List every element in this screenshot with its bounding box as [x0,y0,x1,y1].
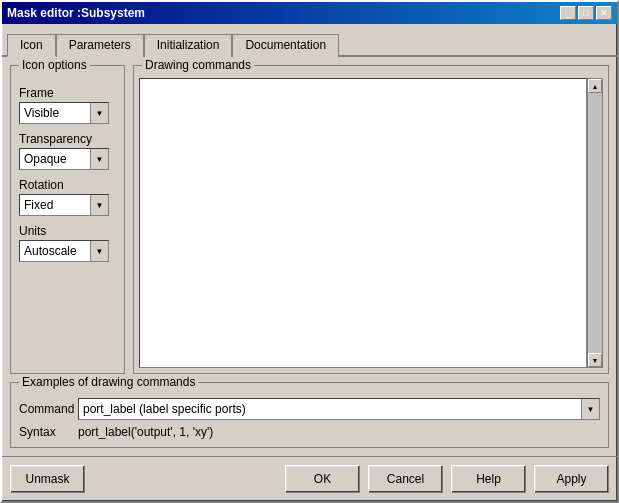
frame-dropdown[interactable]: Visible [19,102,109,124]
transparency-label: Transparency [19,132,116,146]
tab-initialization[interactable]: Initialization [144,34,233,57]
syntax-row: Syntax port_label('output', 1, 'xy') [19,425,600,439]
tab-documentation[interactable]: Documentation [232,34,339,57]
drawing-textarea[interactable] [139,78,587,368]
rotation-label: Rotation [19,178,116,192]
icon-options-group: Icon options Frame Visible Transparency … [10,65,125,374]
apply-button[interactable]: Apply [534,465,609,493]
rotation-dropdown-arrow[interactable] [90,195,108,215]
close-button[interactable]: ✕ [596,6,612,20]
drawing-commands-label: Drawing commands [142,58,254,72]
icon-options-label: Icon options [19,58,90,72]
bottom-buttons: Unmask OK Cancel Help Apply [2,456,617,501]
transparency-value: Opaque [20,150,90,168]
scrollbar-down-button[interactable]: ▼ [588,353,602,367]
syntax-value: port_label('output', 1, 'xy') [78,425,213,439]
command-value: port_label (label specific ports) [79,400,581,418]
syntax-label: Syntax [19,425,74,439]
units-dropdown-arrow[interactable] [90,241,108,261]
tab-content: Icon options Frame Visible Transparency … [2,57,617,456]
transparency-dropdown[interactable]: Opaque [19,148,109,170]
minimize-button[interactable]: _ [560,6,576,20]
command-dropdown[interactable]: port_label (label specific ports) [78,398,600,420]
textarea-container: ▲ ▼ [139,78,603,368]
units-dropdown[interactable]: Autoscale [19,240,109,262]
title-bar: Mask editor :Subsystem _ □ ✕ [2,2,617,24]
rotation-value: Fixed [20,196,90,214]
window-title: Mask editor :Subsystem [7,6,145,20]
title-bar-buttons: _ □ ✕ [560,6,612,20]
command-dropdown-arrow[interactable] [581,399,599,419]
main-window: Mask editor :Subsystem _ □ ✕ Icon Parame… [0,0,619,503]
drawing-commands-group: Drawing commands ▲ ▼ [133,65,609,374]
command-row: Command port_label (label specific ports… [19,398,600,420]
vertical-scrollbar[interactable]: ▲ ▼ [587,78,603,368]
units-value: Autoscale [20,242,90,260]
tab-parameters[interactable]: Parameters [56,34,144,57]
main-area: Icon options Frame Visible Transparency … [10,65,609,374]
help-button[interactable]: Help [451,465,526,493]
tab-bar: Icon Parameters Initialization Documenta… [2,27,617,57]
ok-button[interactable]: OK [285,465,360,493]
maximize-button[interactable]: □ [578,6,594,20]
frame-label: Frame [19,86,116,100]
rotation-dropdown[interactable]: Fixed [19,194,109,216]
scrollbar-track[interactable] [588,93,602,353]
scrollbar-up-button[interactable]: ▲ [588,79,602,93]
command-label: Command [19,402,74,416]
examples-label: Examples of drawing commands [19,375,198,389]
units-label: Units [19,224,116,238]
right-buttons: OK Cancel Help Apply [285,465,609,493]
frame-dropdown-arrow[interactable] [90,103,108,123]
frame-value: Visible [20,104,90,122]
transparency-dropdown-arrow[interactable] [90,149,108,169]
unmask-button[interactable]: Unmask [10,465,85,493]
tab-icon[interactable]: Icon [7,34,56,57]
examples-section: Examples of drawing commands Command por… [10,382,609,448]
cancel-button[interactable]: Cancel [368,465,443,493]
